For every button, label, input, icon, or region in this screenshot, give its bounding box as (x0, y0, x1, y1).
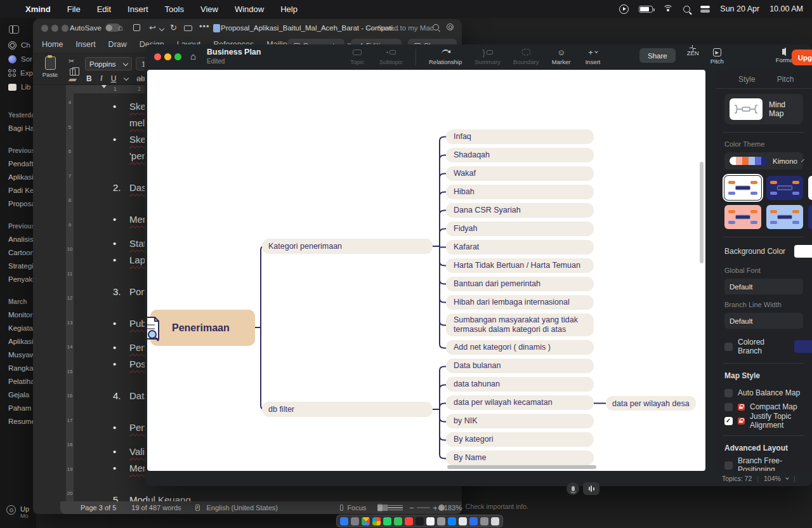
menu-bar-item[interactable]: View (200, 4, 218, 14)
history-item[interactable]: Cartoon (8, 246, 36, 260)
checkbox[interactable] (724, 461, 733, 470)
advanced-option[interactable]: Branch Free-Positioning (724, 458, 803, 471)
home-icon[interactable]: ⌂ (118, 23, 123, 32)
undo-icon[interactable]: ↩ (149, 23, 156, 32)
background-color-swatch[interactable] (794, 245, 812, 258)
subtopic[interactable]: Data bulanan (446, 359, 594, 373)
history-item[interactable]: Paham A (8, 402, 36, 415)
canvas-zoom-level[interactable]: 104% (764, 475, 781, 482)
print-icon[interactable] (184, 24, 192, 33)
dock-icon[interactable] (351, 517, 359, 525)
draft-view-button[interactable] (395, 503, 403, 512)
bold-button[interactable]: B (86, 74, 92, 83)
theme-thumbnail[interactable] (808, 205, 812, 229)
history-item[interactable]: Padi Ken (8, 184, 36, 197)
subtopic[interactable]: Wakaf (446, 166, 594, 181)
dock-icon[interactable] (362, 517, 370, 525)
zoom-percent[interactable]: 183% (444, 504, 462, 512)
paste-button[interactable]: Paste (39, 56, 61, 78)
insert-button[interactable]: +Insert (584, 47, 603, 65)
subtopic[interactable]: Hibah (446, 185, 594, 199)
underline-button[interactable]: U (111, 74, 117, 83)
color-theme-select[interactable]: Kimono (724, 152, 803, 169)
zoom-out-button[interactable]: − (409, 503, 414, 513)
outline-view-button[interactable] (388, 503, 395, 512)
menu-bar-item[interactable]: Xmind (25, 4, 51, 14)
nav-item-sora[interactable]: Sor (8, 54, 36, 64)
subtopic[interactable]: Add net kategori ( dinamis ) (446, 340, 594, 355)
theme-thumbnail[interactable] (724, 205, 761, 229)
spotlight-search-icon[interactable] (683, 6, 690, 13)
dock-icon[interactable] (383, 517, 391, 525)
history-item[interactable]: March (8, 295, 36, 308)
zen-mode-button[interactable]: ZEN (687, 48, 699, 56)
dock-icon[interactable] (437, 517, 445, 525)
more-commands-icon[interactable]: ••• (199, 22, 210, 31)
wifi-icon[interactable] (663, 5, 673, 13)
history-item[interactable]: Aplikasi (8, 335, 36, 348)
zoom-chevron-icon[interactable] (785, 476, 789, 480)
summary-button[interactable]: }Summary (475, 47, 501, 65)
central-topic[interactable]: Penerimaan (150, 310, 255, 346)
dock-icon[interactable] (416, 517, 424, 525)
dock-icon[interactable] (480, 517, 488, 525)
keyboard-waveform-icon[interactable] (583, 482, 599, 495)
history-item[interactable]: Previous (8, 220, 36, 233)
history-item[interactable]: Bagi Has (8, 122, 36, 135)
map-title[interactable]: Business Plan (207, 48, 261, 56)
undo-chevron-icon[interactable] (160, 26, 164, 35)
history-item[interactable]: Proposa (8, 197, 36, 211)
checkbox[interactable] (724, 389, 733, 397)
ribbon-tab[interactable]: Insert (75, 37, 95, 53)
map-style-option[interactable]: Justify Topic Alignment (724, 414, 803, 428)
map-style-option[interactable]: Auto Balance Map (724, 386, 803, 400)
subtopic-desa[interactable]: data per wilayah desa (606, 396, 696, 411)
theme-thumbnail[interactable] (808, 176, 812, 200)
branch-topic-kategori[interactable]: Kategori penerimaan (262, 239, 433, 254)
battery-icon[interactable] (639, 6, 653, 13)
menu-bar-item[interactable]: Insert (128, 4, 148, 14)
search-icon[interactable] (433, 23, 439, 32)
structure-card[interactable]: Mind Map (724, 94, 803, 124)
colored-branch-swatch[interactable] (794, 340, 812, 353)
nav-item-explore[interactable]: Exp (8, 68, 36, 78)
redo-icon[interactable]: ↻ (170, 23, 177, 32)
history-item[interactable]: Previous (8, 144, 36, 157)
zoom-button[interactable] (174, 53, 181, 60)
canvas-vertical-scrollbar[interactable] (700, 162, 704, 263)
nav-item-library[interactable]: Lib (8, 82, 36, 92)
menu-bar-item[interactable]: Edit (97, 4, 111, 14)
page-indicator[interactable]: Page 3 of 5 (81, 504, 116, 512)
ribbon-tab[interactable]: Draw (108, 37, 127, 53)
subtopic[interactable]: By kategori (446, 432, 594, 447)
chatgpt-upgrade-item[interactable]: UpMo (6, 505, 29, 519)
checkbox[interactable] (724, 417, 733, 425)
home-icon[interactable]: ⌂ (190, 51, 196, 62)
dock-icon[interactable] (448, 517, 456, 525)
zoom-in-button[interactable]: + (433, 503, 438, 513)
underline-chevron-icon[interactable] (124, 75, 129, 80)
history-item[interactable]: Strategi (8, 260, 36, 273)
share-button[interactable]: Share (639, 48, 676, 63)
theme-thumbnail[interactable] (766, 205, 803, 229)
subtopic[interactable]: data tahunan (446, 377, 594, 392)
subtopic[interactable]: Dana CSR Syariah (446, 203, 594, 218)
zoom-slider[interactable] (417, 507, 430, 509)
history-item[interactable]: Pendafta (8, 157, 36, 171)
checkbox[interactable] (724, 403, 733, 411)
menu-bar-item[interactable]: Help (280, 4, 298, 14)
italic-button[interactable]: I (100, 74, 103, 83)
panel-tab-style[interactable]: Style (738, 75, 756, 84)
history-item[interactable]: Gejala (8, 388, 36, 402)
subtopic[interactable]: Harta Tidak Bertuan / Harta Temuan (446, 258, 594, 273)
subtopic[interactable]: Sumbangan masyarakat yang tidak termasuk… (446, 314, 594, 336)
dock-icon[interactable] (469, 517, 478, 525)
history-item[interactable]: Analisis (8, 233, 36, 246)
minimize-button[interactable] (164, 53, 171, 60)
branch-line-width-select[interactable]: Default (724, 313, 803, 329)
dock-icon[interactable] (340, 517, 348, 525)
subtopic-button[interactable]: Subtopic (379, 47, 403, 65)
menu-bar-item[interactable]: File (67, 4, 81, 14)
subtopic[interactable]: Bantuan dari pemerintah (446, 277, 594, 291)
print-layout-view-button[interactable] (377, 503, 383, 512)
